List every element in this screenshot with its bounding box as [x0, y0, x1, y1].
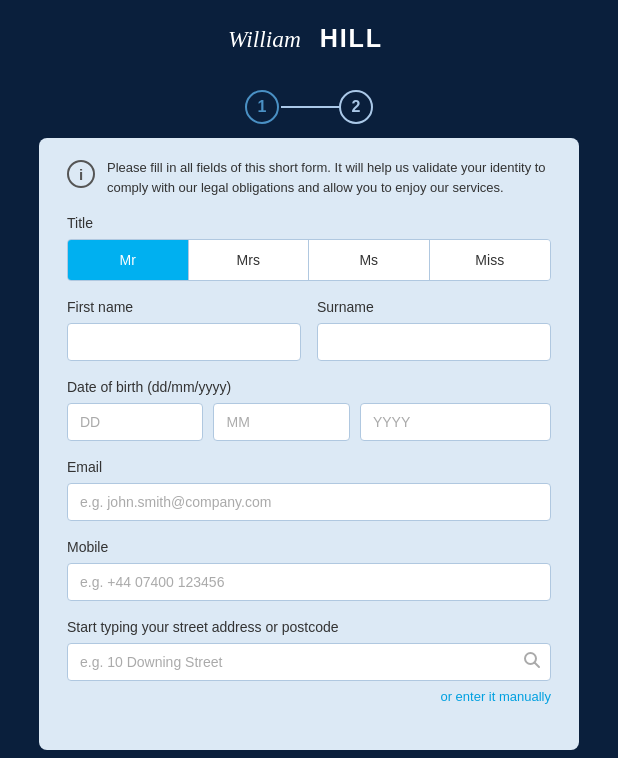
- title-button-group: Mr Mrs Ms Miss: [67, 239, 551, 281]
- dob-dd-input[interactable]: [67, 403, 203, 441]
- info-icon: i: [67, 160, 95, 188]
- email-section: Email: [67, 459, 551, 521]
- surname-label: Surname: [317, 299, 551, 315]
- manual-entry-link-wrapper: or enter it manually: [67, 689, 551, 704]
- surname-group: Surname: [317, 299, 551, 361]
- first-name-group: First name: [67, 299, 301, 361]
- svg-line-3: [535, 663, 540, 668]
- title-mr-button[interactable]: Mr: [68, 240, 189, 280]
- search-icon: [523, 651, 541, 669]
- dob-yyyy-input[interactable]: [360, 403, 551, 441]
- title-miss-button[interactable]: Miss: [430, 240, 551, 280]
- mobile-section: Mobile: [67, 539, 551, 601]
- step-2: 2: [339, 90, 373, 124]
- first-name-input[interactable]: [67, 323, 301, 361]
- info-banner: i Please fill in all fields of this shor…: [67, 158, 551, 197]
- address-input[interactable]: [67, 643, 551, 681]
- dob-row: [67, 403, 551, 441]
- info-text: Please fill in all fields of this short …: [107, 158, 551, 197]
- step-1: 1: [245, 90, 279, 124]
- header: William HILL: [0, 0, 618, 72]
- svg-text:William: William: [228, 26, 301, 52]
- dob-label: Date of birth (dd/mm/yyyy): [67, 379, 551, 395]
- address-label: Start typing your street address or post…: [67, 619, 551, 635]
- surname-input[interactable]: [317, 323, 551, 361]
- svg-text:HILL: HILL: [320, 24, 383, 52]
- step-indicator: 1 2: [245, 72, 373, 138]
- address-search-button[interactable]: [523, 651, 541, 673]
- logo: William HILL: [219, 18, 399, 58]
- title-ms-button[interactable]: Ms: [309, 240, 430, 280]
- dob-section: Date of birth (dd/mm/yyyy): [67, 379, 551, 441]
- manual-entry-link[interactable]: or enter it manually: [440, 689, 551, 704]
- mobile-input[interactable]: [67, 563, 551, 601]
- form-card: i Please fill in all fields of this shor…: [39, 138, 579, 750]
- mobile-label: Mobile: [67, 539, 551, 555]
- first-name-label: First name: [67, 299, 301, 315]
- address-section: Start typing your street address or post…: [67, 619, 551, 704]
- name-row: First name Surname: [67, 299, 551, 361]
- title-label: Title: [67, 215, 551, 231]
- title-mrs-button[interactable]: Mrs: [189, 240, 310, 280]
- email-label: Email: [67, 459, 551, 475]
- dob-mm-input[interactable]: [213, 403, 349, 441]
- email-input[interactable]: [67, 483, 551, 521]
- address-wrapper: [67, 643, 551, 681]
